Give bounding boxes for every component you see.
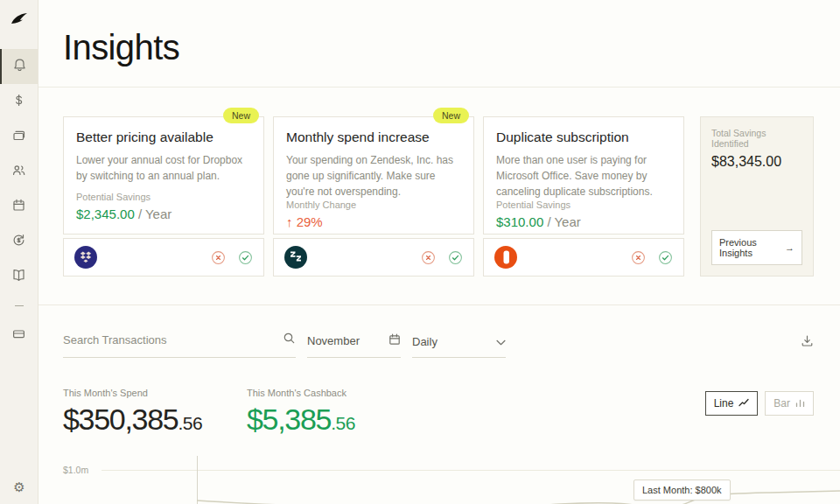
microsoft-office-logo-icon — [494, 246, 517, 269]
insight-description: Your spending on Zendesk, Inc. has gone … — [286, 152, 461, 200]
insight-title: Monthly spend increase — [286, 130, 461, 145]
previous-insights-label: Previous Insights — [719, 237, 785, 258]
download-icon — [801, 334, 814, 351]
accept-insight-icon[interactable] — [238, 250, 253, 265]
bar-chart-icon — [795, 397, 805, 410]
sidebar-item-reimbursements[interactable] — [0, 224, 38, 259]
insight-title: Better pricing available — [76, 130, 251, 145]
dismiss-insight-icon[interactable] — [421, 250, 436, 265]
insights-dashboard: ⚙ Insights New Better pricing available … — [0, 0, 840, 504]
last-month-tooltip: Last Month: $800k — [634, 480, 731, 500]
insight-card-footer — [483, 238, 684, 276]
spend-value: $350,385.56 — [63, 402, 247, 437]
sidebar-item-cards[interactable] — [0, 318, 38, 353]
ramp-logo-icon[interactable] — [10, 10, 28, 28]
bar-chart-button[interactable]: Bar — [765, 391, 814, 416]
dismiss-insight-icon[interactable] — [211, 250, 226, 265]
month-select[interactable]: November — [307, 333, 401, 358]
sidebar-footer: ⚙ — [0, 480, 38, 495]
sidebar-item-expenses[interactable] — [0, 119, 38, 154]
insight-card-body: Duplicate subscription More than one use… — [483, 116, 684, 234]
transactions-filters: November Daily — [38, 305, 840, 358]
total-savings-value: $83,345.00 — [711, 154, 802, 170]
insight-title: Duplicate subscription — [496, 130, 671, 145]
insight-card-better-pricing: New Better pricing available Lower your … — [63, 116, 264, 276]
sidebar-item-accounting[interactable] — [0, 259, 38, 294]
dismiss-insight-icon[interactable] — [631, 250, 646, 265]
page-header: Insights — [38, 0, 840, 88]
insight-card-spend-increase: New Monthly spend increase Your spending… — [273, 116, 474, 276]
sidebar-item-people[interactable] — [0, 154, 38, 189]
insight-actions — [211, 250, 253, 265]
dropbox-logo-icon — [74, 246, 97, 269]
metric-label: Monthly Change — [286, 200, 461, 210]
insight-card-footer — [273, 238, 474, 276]
metric-value: $310.00 — [496, 214, 543, 229]
metric-value: $2,345.00 — [76, 206, 135, 221]
line-chart-icon — [738, 397, 749, 410]
metric-suffix: / Year — [543, 214, 581, 229]
spend-cents: .56 — [178, 413, 202, 433]
sidebar-divider — [15, 305, 24, 306]
sidebar-item-billing[interactable] — [0, 84, 38, 119]
people-icon — [11, 163, 26, 181]
metric-row: $310.00 / Year — [496, 214, 671, 229]
total-savings-label: Total Savings Identified — [711, 128, 802, 149]
sidebar-item-notifications[interactable] — [0, 49, 38, 84]
chart-type-toggle: Line Bar — [705, 391, 814, 416]
cashback-value: $5,385.56 — [247, 402, 430, 437]
total-savings-panel: Total Savings Identified $83,345.00 Prev… — [700, 116, 814, 276]
cashback-stat: This Month's Cashback $5,385.56 — [247, 388, 430, 437]
history-dollar-icon — [11, 233, 26, 251]
calendar-icon — [11, 198, 26, 216]
spend-whole: $350,385 — [63, 402, 178, 436]
download-button[interactable] — [801, 334, 814, 358]
search-icon — [283, 332, 296, 348]
sidebar-item-schedule[interactable] — [0, 189, 38, 224]
bar-toggle-label: Bar — [774, 397, 790, 410]
frequency-select[interactable]: Daily — [412, 335, 506, 358]
frequency-value: Daily — [412, 335, 438, 348]
insight-cards-row: New Better pricing available Lower your … — [38, 88, 840, 276]
metric-row: ↑ 29% — [286, 214, 461, 229]
metric-value: ↑ 29% — [286, 214, 323, 229]
bell-icon — [12, 58, 27, 76]
book-icon — [11, 268, 26, 286]
card-icon — [11, 326, 26, 345]
accept-insight-icon[interactable] — [658, 250, 673, 265]
previous-insights-button[interactable]: Previous Insights → — [711, 230, 802, 265]
page-title: Insights — [63, 28, 840, 67]
insight-description: More than one user is paying for Microso… — [496, 152, 671, 200]
dollar-icon — [11, 93, 26, 111]
insight-actions — [631, 250, 673, 265]
spend-chart: $1.0m $750k Last Month: $800k — [38, 454, 840, 504]
metric-suffix: / Year — [135, 206, 172, 221]
insight-card-body: Monthly spend increase Your spending on … — [273, 116, 474, 234]
accept-insight-icon[interactable] — [448, 250, 463, 265]
main-content: Insights New Better pricing available Lo… — [38, 0, 840, 504]
spend-stat: This Month's Spend $350,385.56 — [63, 388, 247, 437]
cashback-cents: .56 — [331, 413, 355, 433]
insight-card-duplicate-subscription: Duplicate subscription More than one use… — [483, 116, 684, 276]
chevron-down-icon — [496, 335, 506, 348]
calendar-icon — [388, 333, 401, 348]
insight-card-body: Better pricing available Lower your annu… — [63, 116, 264, 234]
stacked-cards-icon — [11, 128, 26, 146]
new-badge: New — [223, 108, 259, 123]
spend-label: This Month's Spend — [63, 388, 247, 398]
month-value: November — [307, 334, 360, 347]
sidebar: ⚙ — [0, 0, 38, 504]
cashback-whole: $5,385 — [247, 402, 331, 436]
metric-label: Potential Savings — [496, 200, 671, 210]
monthly-stats: This Month's Spend $350,385.56 This Mont… — [38, 358, 840, 437]
insight-description: Lower your annual cost for Dropbox by sw… — [76, 152, 251, 184]
search-input[interactable] — [63, 333, 283, 346]
arrow-right-icon: → — [785, 242, 794, 253]
search-transactions-field[interactable] — [63, 332, 296, 358]
cashback-label: This Month's Cashback — [247, 388, 430, 398]
sidebar-nav — [0, 49, 38, 353]
new-badge: New — [433, 108, 469, 123]
line-chart-button[interactable]: Line — [705, 391, 759, 416]
line-toggle-label: Line — [714, 397, 734, 410]
settings-gear-icon[interactable]: ⚙ — [13, 480, 24, 495]
